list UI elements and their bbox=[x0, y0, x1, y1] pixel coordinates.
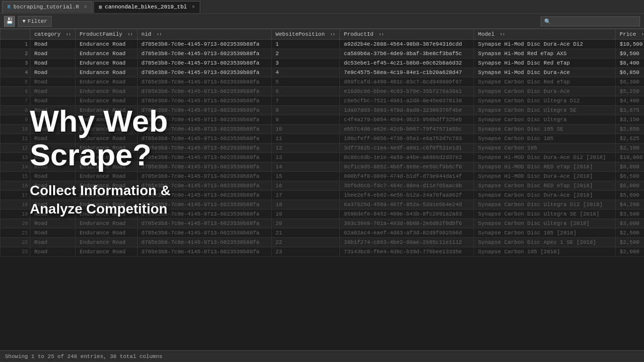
cell-prodid: 73143bc8-f6e4-4d6c-b39d-776bee13335e bbox=[340, 247, 474, 257]
cell-prodid: d69fcafd-a499-491c-83c7-8cd948909f67 bbox=[340, 77, 474, 87]
table-row: 10 Road Endurance Road d785e3b8-7c0e-414… bbox=[0, 125, 644, 134]
row-number: 22 bbox=[0, 238, 30, 247]
cell-webpos: 18 bbox=[271, 200, 339, 210]
cell-price: $4,200 bbox=[616, 200, 644, 210]
cell-nid: d785e3b8-7c0e-4145-9713-6023539b88fa bbox=[137, 134, 271, 144]
cell-category: Road bbox=[30, 77, 76, 87]
table-container[interactable]: category ⬆⬇ ProductFamily ⬆⬇ nid ⬆⬇ Webs… bbox=[0, 29, 644, 350]
cell-family: Endurance Road bbox=[76, 115, 137, 125]
col-prodid-label: ProductId bbox=[344, 31, 373, 37]
row-number: 3 bbox=[0, 59, 30, 68]
cell-model: Synapse Hi-MOD Disc Dura-Ace [2018] bbox=[474, 172, 616, 181]
row-number: 16 bbox=[0, 181, 30, 191]
table-row: 3 Road Endurance Road d785e3b8-7c0e-4145… bbox=[0, 59, 644, 68]
cell-price: $9,500 bbox=[616, 49, 644, 59]
col-header-webpos[interactable]: WebsitePosition ⬆⬇ bbox=[271, 29, 339, 40]
status-text: Showing 1 to 25 of 248 entries, 38 total… bbox=[5, 354, 162, 360]
cell-nid: d785e3b8-7c0e-4145-9713-6023539b88fa bbox=[137, 144, 271, 153]
cell-category: Road bbox=[30, 49, 76, 59]
cell-prodid: 9598defe-8452-409e-b43b-8fc2091a2a63 bbox=[340, 210, 474, 219]
tab-table[interactable]: ▦ cannondale_bikes_2019_tbl × bbox=[93, 1, 200, 13]
cell-price: $6,000 bbox=[616, 181, 644, 191]
cell-category: Road bbox=[30, 40, 76, 49]
cell-prodid: 0cf1c9d5-8852-4b6f-8e8e-ee50cf9b6cf6 bbox=[340, 162, 474, 172]
status-bar: Showing 1 to 25 of 248 entries, 38 total… bbox=[0, 350, 644, 362]
cell-category: Road bbox=[30, 247, 76, 257]
sort-model-icon: ⬆⬇ bbox=[500, 32, 505, 37]
cell-nid: d785e3b8-7c0e-4145-9713-6023539b88fa bbox=[137, 210, 271, 219]
toolbar: 💾 ▼ Filter bbox=[0, 14, 644, 29]
cell-price: $6,850 bbox=[616, 68, 644, 77]
cell-price: $6,300 bbox=[616, 77, 644, 87]
row-number: 10 bbox=[0, 125, 30, 134]
cell-model: Synapse Hi-Mod Red eTap AXS bbox=[474, 49, 616, 59]
cell-webpos: 3 bbox=[271, 59, 339, 68]
cell-category: Road bbox=[30, 87, 76, 96]
cell-price: $3,675 bbox=[616, 106, 644, 115]
cell-prodid: 6a37625d-4569-467f-852a-5391e5b4e24d bbox=[340, 200, 474, 210]
tab-r-script[interactable]: R bscraping_tutorial.R × bbox=[2, 1, 92, 13]
cell-prodid: 000bf4f8-0869-474d-b1df-d73e944da14f bbox=[340, 172, 474, 181]
tab-r-label: bscraping_tutorial.R bbox=[13, 4, 79, 10]
cell-webpos: 12 bbox=[271, 144, 339, 153]
col-header-family[interactable]: ProductFamily ⬆⬇ bbox=[76, 29, 137, 40]
cell-nid: d785e3b8-7c0e-4145-9713-6023539b88fa bbox=[137, 228, 271, 238]
row-number: 8 bbox=[0, 106, 30, 115]
cell-family: Endurance Road bbox=[76, 96, 137, 106]
cell-family: Endurance Road bbox=[76, 210, 137, 219]
cell-webpos: 20 bbox=[271, 219, 339, 228]
col-price-label: Price bbox=[620, 31, 636, 37]
tab-r-close[interactable]: × bbox=[84, 4, 87, 10]
table-row: 16 Road Endurance Road d785e3b8-7c0e-414… bbox=[0, 181, 644, 191]
sort-category-icon: ⬆⬇ bbox=[66, 32, 71, 37]
tab-table-close[interactable]: × bbox=[192, 4, 195, 10]
col-model-label: Model bbox=[478, 31, 494, 37]
cell-prodid: 1da97dd3-3983-470d-8ad8-32309376f4be bbox=[340, 106, 474, 115]
table-row: 15 Road Endurance Road d785e3b8-7c0e-414… bbox=[0, 172, 644, 181]
row-number: 20 bbox=[0, 219, 30, 228]
cell-price: $2,500 bbox=[616, 228, 644, 238]
search-input[interactable] bbox=[541, 16, 640, 26]
cell-family: Endurance Road bbox=[76, 106, 137, 115]
save-button[interactable]: 💾 bbox=[4, 16, 15, 27]
table-row: 8 Road Endurance Road d785e3b8-7c0e-4145… bbox=[0, 106, 644, 115]
col-header-category[interactable]: category ⬆⬇ bbox=[30, 29, 76, 40]
col-header-prodid[interactable]: ProductId ⬆⬇ bbox=[340, 29, 474, 40]
save-icon: 💾 bbox=[6, 17, 13, 25]
cell-family: Endurance Road bbox=[76, 87, 137, 96]
cell-webpos: 4 bbox=[271, 68, 339, 77]
cell-webpos: 22 bbox=[271, 238, 339, 247]
col-family-label: ProductFamily bbox=[80, 31, 122, 37]
col-header-num[interactable] bbox=[0, 29, 30, 40]
col-header-model[interactable]: Model ⬆⬇ bbox=[474, 29, 616, 40]
cell-category: Road bbox=[30, 144, 76, 153]
table-row: 1 Road Endurance Road d785e3b8-7c0e-4145… bbox=[0, 40, 644, 49]
cell-price: $3,150 bbox=[616, 115, 644, 125]
cell-category: Road bbox=[30, 162, 76, 172]
cell-family: Endurance Road bbox=[76, 134, 137, 144]
cell-prodid: e16d6c96-bbee-4c63-b70e-35b7276a39a1 bbox=[340, 87, 474, 96]
cell-nid: d785e3b8-7c0e-4145-9713-6023539b88fa bbox=[137, 219, 271, 228]
row-number: 13 bbox=[0, 153, 30, 162]
filter-button[interactable]: ▼ Filter bbox=[18, 16, 52, 27]
row-number: 23 bbox=[0, 247, 30, 257]
cell-family: Endurance Road bbox=[76, 125, 137, 134]
cell-family: Endurance Road bbox=[76, 59, 137, 68]
table-row: 4 Road Endurance Road d785e3b8-7c0e-4145… bbox=[0, 68, 644, 77]
cell-prodid: 7e9c4575-58ea-4c19-84e1-c1b20a628d47 bbox=[340, 68, 474, 77]
col-header-nid[interactable]: nid ⬆⬇ bbox=[137, 29, 271, 40]
cell-family: Endurance Road bbox=[76, 162, 137, 172]
row-number: 4 bbox=[0, 68, 30, 77]
cell-webpos: 15 bbox=[271, 172, 339, 181]
table-row: 2 Road Endurance Road d785e3b8-7c0e-4145… bbox=[0, 49, 644, 59]
cell-price: $8,000 bbox=[616, 162, 644, 172]
cell-category: Road bbox=[30, 59, 76, 68]
cell-category: Road bbox=[30, 219, 76, 228]
col-header-price[interactable]: Price ⬆⬇ bbox=[616, 29, 644, 40]
cell-prodid: 3bf6d6c0-fdc7-484c-88ea-d11e765aac8b bbox=[340, 181, 474, 191]
cell-prodid: 3df7382b-c1ea-4edf-a091-c6f0f531e1d1 bbox=[340, 144, 474, 153]
cell-price: $5,250 bbox=[616, 87, 644, 96]
row-number: 14 bbox=[0, 162, 30, 172]
cell-model: Synapse Carbon Disc Dura-Ace bbox=[474, 87, 616, 96]
row-number: 12 bbox=[0, 144, 30, 153]
